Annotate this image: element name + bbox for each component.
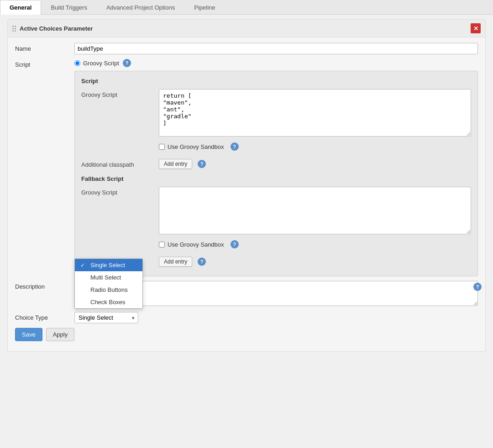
sandbox-control: Use Groovy Sandbox ? <box>159 142 471 154</box>
fallback-groovy-control <box>159 187 471 236</box>
name-control <box>74 43 478 54</box>
drag-handle <box>12 26 16 32</box>
dropdown-item-check-boxes[interactable]: Check Boxes <box>75 296 142 308</box>
classpath-help-icon[interactable]: ? <box>198 160 206 168</box>
sandbox-row: Use Groovy Sandbox ? <box>81 142 471 154</box>
script-control: Groovy Script ? Script Groovy Script ret… <box>74 59 478 276</box>
groovy-script-control: return [ "maven", "ant", "gradle" ] <box>159 89 471 138</box>
fallback-sandbox-control: Use Groovy Sandbox ? <box>159 240 471 252</box>
dropdown-item-label: Multi Select <box>90 274 121 281</box>
fallback-sandbox-help-icon[interactable]: ? <box>231 240 239 248</box>
fallback-sandbox-spacer <box>81 240 159 242</box>
classpath-control: Add entry ? <box>159 159 471 169</box>
panel-close-button[interactable]: ✕ <box>471 23 481 33</box>
fallback-sandbox-checkbox[interactable] <box>159 242 165 248</box>
fallback-sandbox-row: Use Groovy Sandbox ? <box>81 240 471 252</box>
groovy-script-row: Groovy Script return [ "maven", "ant", "… <box>81 89 471 138</box>
active-choices-panel: Active Choices Parameter ✕ Name Script <box>7 19 486 352</box>
fallback-section-title: Fallback Script <box>81 175 471 182</box>
tab-pipeline[interactable]: Pipeline <box>184 0 225 15</box>
bottom-buttons: Save Apply <box>15 328 478 346</box>
apply-button[interactable]: Apply <box>46 328 75 341</box>
fallback-sandbox-checkbox-row: Use Groovy Sandbox ? <box>159 240 471 248</box>
add-entry-button[interactable]: Add entry <box>159 159 192 169</box>
fallback-classpath-control: Add entry ? <box>159 257 471 267</box>
script-row: Script Groovy Script ? Script Groovy Scr… <box>15 59 478 276</box>
script-label: Script <box>15 59 74 68</box>
panel-title: Active Choices Parameter <box>20 25 471 32</box>
tab-general[interactable]: General <box>0 0 41 15</box>
choice-type-row: Choice Type ✓ Single Select Multi Select <box>15 312 478 323</box>
script-section-box: Script Groovy Script return [ "maven", "… <box>74 71 478 276</box>
fallback-add-entry-button[interactable]: Add entry <box>159 257 192 267</box>
description-help-icon[interactable]: ? <box>473 283 482 291</box>
script-type-row: Groovy Script ? <box>74 59 478 67</box>
dropdown-item-single-select[interactable]: ✓ Single Select <box>75 259 142 271</box>
classpath-label: Additional classpath <box>81 159 159 168</box>
choice-type-select-container: ✓ Single Select Multi Select Radio Butto… <box>74 312 138 323</box>
fallback-groovy-textarea[interactable] <box>159 187 471 234</box>
description-label: Description <box>15 281 74 290</box>
choice-type-label: Choice Type <box>15 314 74 321</box>
save-button[interactable]: Save <box>15 328 42 341</box>
choice-type-dropdown-popup: ✓ Single Select Multi Select Radio Butto… <box>74 258 143 309</box>
sandbox-help-icon[interactable]: ? <box>231 142 239 151</box>
name-label: Name <box>15 43 74 52</box>
script-type-help-icon[interactable]: ? <box>123 59 131 67</box>
fallback-groovy-row: Groovy Script <box>81 187 471 236</box>
sandbox-checkbox-row: Use Groovy Sandbox ? <box>159 142 471 151</box>
tab-build-triggers[interactable]: Build Triggers <box>41 0 96 15</box>
groovy-script-label: Groovy Script <box>81 89 159 98</box>
sandbox-checkbox[interactable] <box>159 144 165 150</box>
dropdown-item-multi-select[interactable]: Multi Select <box>75 271 142 284</box>
sandbox-label: Use Groovy Sandbox <box>168 143 224 150</box>
sandbox-spacer <box>81 142 159 145</box>
dropdown-item-label: Single Select <box>90 262 125 269</box>
tab-advanced-project-options[interactable]: Advanced Project Options <box>97 0 184 15</box>
panel-header: Active Choices Parameter ✕ <box>8 20 485 37</box>
dropdown-item-radio-buttons[interactable]: Radio Buttons <box>75 284 142 296</box>
tab-bar: General Build Triggers Advanced Project … <box>0 0 493 15</box>
fallback-sandbox-label: Use Groovy Sandbox <box>168 241 224 248</box>
name-row: Name <box>15 43 478 54</box>
name-input[interactable] <box>74 43 478 54</box>
groovy-script-radio[interactable] <box>74 60 80 66</box>
fallback-classpath-help-icon[interactable]: ? <box>198 258 206 266</box>
groovy-script-textarea[interactable]: return [ "maven", "ant", "gradle" ] <box>159 89 471 137</box>
fallback-groovy-label: Groovy Script <box>81 187 159 196</box>
classpath-row: Additional classpath Add entry ? <box>81 159 471 169</box>
dropdown-item-label: Check Boxes <box>90 299 126 306</box>
script-section-title: Script <box>81 78 471 84</box>
main-content: Active Choices Parameter ✕ Name Script <box>0 15 493 444</box>
checkmark-icon: ✓ <box>80 262 87 269</box>
select-wrapper: Single Select Multi Select Radio Buttons… <box>74 312 138 323</box>
panel-body: Name Script Groovy Script ? <box>8 37 485 351</box>
groovy-script-radio-label: Groovy Script <box>83 60 119 67</box>
choice-type-select[interactable]: Single Select Multi Select Radio Buttons… <box>74 312 138 323</box>
dropdown-item-label: Radio Buttons <box>90 286 128 293</box>
